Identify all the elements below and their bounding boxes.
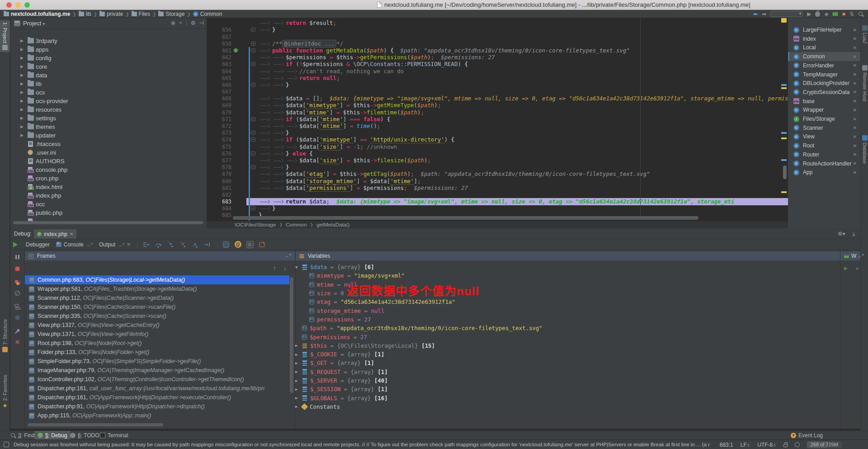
editor-tab-CryptoSessionData[interactable]: CCryptoSessionData✕ bbox=[788, 88, 860, 97]
tree-item-resources[interactable]: ▶resources bbox=[10, 105, 207, 114]
resume-program-icon[interactable] bbox=[13, 242, 18, 247]
expand-arrow-icon[interactable]: ▶ bbox=[295, 387, 297, 392]
variable-row[interactable]: ▶$_GET = {array} [1] bbox=[296, 359, 840, 367]
close-icon[interactable]: ✕ bbox=[70, 232, 73, 236]
tab-console[interactable]: Console→* bbox=[56, 241, 93, 248]
fold-marker-icon[interactable]: − bbox=[251, 117, 255, 121]
new-watch-icon[interactable] bbox=[259, 241, 266, 248]
close-window-button[interactable] bbox=[6, 2, 12, 8]
expand-arrow-icon[interactable]: ▶ bbox=[20, 124, 24, 129]
debug-session-tab[interactable]: index.php ✕ bbox=[34, 229, 76, 239]
restore-layout-icon[interactable] bbox=[14, 303, 21, 310]
error-stripe-mark[interactable] bbox=[781, 191, 787, 193]
project-panel-title[interactable]: Project bbox=[23, 20, 45, 27]
fold-marker-icon[interactable]: − bbox=[251, 83, 255, 87]
editor-tab-Local[interactable]: CLocal✕ bbox=[788, 43, 860, 52]
close-debug-icon[interactable] bbox=[14, 339, 21, 345]
expand-arrow-icon[interactable]: ▶ bbox=[20, 107, 24, 112]
close-tab-icon[interactable]: ✕ bbox=[853, 81, 857, 86]
frame-row[interactable]: Scanner.php:112, OC|Files|Cache|Scanner-… bbox=[25, 293, 289, 302]
pin-icon[interactable] bbox=[14, 328, 21, 335]
tree-item-ocs-provider[interactable]: ▶ocs-provider bbox=[10, 97, 207, 105]
debug-settings-gear-icon[interactable]: ⚙▾ bbox=[838, 231, 845, 237]
forward-arrow-icon[interactable]: ➡ bbox=[762, 11, 766, 17]
editor-tab-App[interactable]: CApp✕ bbox=[788, 168, 860, 177]
tab-debugger[interactable]: Debugger bbox=[26, 241, 50, 248]
variable-row[interactable]: 01$permissions = 27 bbox=[296, 332, 840, 341]
frame-row[interactable]: View.php:1371, OC|Files|View->getFileInf… bbox=[25, 330, 289, 339]
frame-down-icon[interactable]: ↓ bbox=[283, 265, 287, 272]
search-icon[interactable] bbox=[858, 11, 863, 17]
frame-row[interactable]: Scanner.php:150, OC|Files|Cache|Scanner-… bbox=[25, 302, 289, 312]
expand-arrow-icon[interactable]: ▶ bbox=[295, 343, 297, 348]
variable-row[interactable]: 01mimetype = "image/svg+xml" bbox=[296, 271, 840, 280]
close-tab-icon[interactable]: ✕ bbox=[853, 170, 857, 175]
frames-popout-icon[interactable]: →* bbox=[284, 253, 291, 258]
frame-row[interactable]: Root.php:198, OC|Files|Node|Root->get() bbox=[25, 339, 289, 348]
variable-row[interactable]: ▶$_SERVER = {array} [40] bbox=[296, 376, 840, 385]
frame-up-icon[interactable]: ↑ bbox=[273, 265, 276, 272]
breadcrumb-item[interactable]: nextcloud.tofuliang.me bbox=[4, 11, 70, 17]
code-line-674[interactable]: 674−if ($data['mimetype'] == 'httpd/unix… bbox=[207, 136, 788, 143]
frame-row[interactable]: Folder.php:133, OC|Files|Node|Folder->ge… bbox=[25, 348, 289, 357]
frame-row[interactable]: Dispatcher.php:161, call_user_func_array… bbox=[25, 384, 289, 393]
editor-tab-Scanner[interactable]: CScanner✕ bbox=[788, 123, 860, 132]
frame-row[interactable]: Common.php:683, OC|Files|Storage|Local->… bbox=[25, 275, 289, 284]
fold-marker-icon[interactable]: − bbox=[251, 137, 255, 142]
watches-more-icon[interactable]: » bbox=[856, 266, 858, 271]
close-tab-icon[interactable]: ✕ bbox=[853, 63, 857, 68]
tree-item-occ[interactable]: phpocc bbox=[10, 200, 207, 208]
tree-item-apps[interactable]: ▶apps bbox=[10, 45, 207, 54]
tree-item-core[interactable]: ▶core bbox=[10, 62, 207, 71]
expand-arrow-icon[interactable]: ▶ bbox=[20, 38, 24, 43]
sidebar-item-structure[interactable]: 7: Structure bbox=[0, 317, 10, 354]
editor-breadcrumb-item[interactable]: getMetaData() bbox=[316, 222, 350, 227]
tree-item-lib[interactable]: ▶lib bbox=[10, 80, 207, 88]
editor-tab-RouteActionHandler[interactable]: CRouteActionHandler✕ bbox=[788, 159, 860, 168]
code-line-680[interactable]: 680$data['storage_mtime'] = $data['mtime… bbox=[207, 178, 788, 184]
fold-marker-icon[interactable]: − bbox=[251, 165, 255, 169]
variable-row[interactable]: ▶$_COOKIE = {array} [1] bbox=[296, 350, 840, 359]
code-editor[interactable]: return $result;656−}657658+/**@inheritdo… bbox=[207, 18, 788, 228]
code-line-672[interactable]: 672$data['mtime'] = time(); bbox=[207, 123, 788, 129]
step-over-icon[interactable] bbox=[155, 241, 162, 248]
code-line-657[interactable]: 657 bbox=[207, 33, 788, 40]
line-ending-indicator[interactable]: LF⇕ bbox=[741, 442, 750, 448]
close-tab-icon[interactable]: ✕ bbox=[853, 72, 857, 77]
frame-row[interactable]: Dispatcher.php:91, OC|AppFramework|Http|… bbox=[25, 402, 289, 411]
right-stripe-database[interactable]: Database bbox=[861, 133, 868, 165]
frame-row[interactable]: IconController.php:102, OCA|Theming|Cont… bbox=[25, 375, 289, 384]
expand-arrow-icon[interactable]: ▶ bbox=[295, 404, 297, 409]
close-tab-icon[interactable]: ✕ bbox=[853, 117, 857, 122]
evaluate-expression-icon[interactable] bbox=[222, 241, 230, 248]
expand-arrow-icon[interactable]: ▶ bbox=[20, 64, 24, 69]
debug-hide-icon[interactable]: ⤓ bbox=[853, 231, 855, 237]
code-line-661[interactable]: 661−public function getMetaData($path) {… bbox=[207, 47, 788, 54]
mute-breakpoints-icon[interactable] bbox=[14, 290, 21, 297]
frame-row[interactable]: App.php:115, OC|AppFramework|App::main() bbox=[25, 411, 289, 420]
tool-button-find[interactable]: 3: Find bbox=[7, 431, 38, 440]
frame-row[interactable]: Wrapper.php:581, OCA|Files_Trashbin|Stor… bbox=[25, 284, 289, 293]
expand-arrow-icon[interactable]: ▶ bbox=[20, 56, 24, 60]
close-tab-icon[interactable]: ✕ bbox=[853, 108, 857, 113]
expand-arrow-icon[interactable]: ▶ bbox=[295, 378, 297, 383]
variable-row[interactable]: ▼$data = {array} [6] bbox=[296, 263, 840, 271]
editor-tab-TempManager[interactable]: CTempManager✕ bbox=[788, 70, 860, 79]
caret-position[interactable]: 683:1 bbox=[720, 442, 733, 448]
expand-arrow-icon[interactable]: ▶ bbox=[295, 369, 297, 374]
error-stripe-mark[interactable] bbox=[781, 137, 787, 139]
stop-icon[interactable] bbox=[14, 265, 21, 272]
code-area[interactable]: return $result;656−}657658+/**@inheritdo… bbox=[207, 18, 788, 219]
settings-gear-icon[interactable]: ⚙ bbox=[191, 20, 196, 26]
frame-row[interactable]: View.php:1327, OC|Files|View->getCacheEn… bbox=[25, 321, 289, 330]
listen-debugger-icon[interactable] bbox=[833, 11, 838, 17]
memory-indicator[interactable]: 268 of 725M bbox=[807, 441, 842, 448]
override-method-icon[interactable] bbox=[234, 48, 238, 52]
expand-arrow-icon[interactable]: ▶ bbox=[295, 396, 297, 400]
fold-marker-icon[interactable]: − bbox=[251, 151, 255, 156]
mark-object-icon[interactable]: @ bbox=[235, 241, 241, 248]
expand-arrow-icon[interactable]: ▶ bbox=[20, 81, 24, 86]
minimize-window-button[interactable] bbox=[15, 2, 21, 8]
editor-tab-index[interactable]: phpindex✕ bbox=[788, 34, 860, 43]
variable-row[interactable]: 01etag = "d56c1a634e1a42c38d73142e63912f… bbox=[296, 298, 840, 306]
